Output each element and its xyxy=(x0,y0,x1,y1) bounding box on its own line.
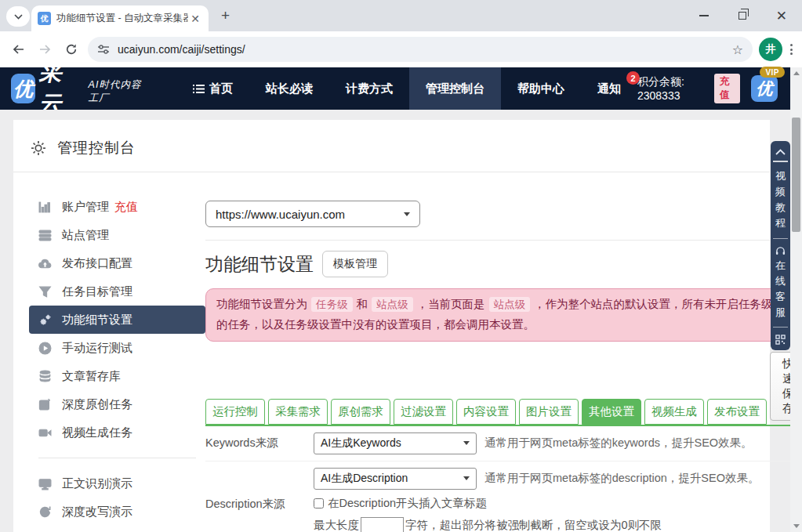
vip-badge: VIP xyxy=(760,67,785,78)
template-manage-button[interactable]: 模板管理 xyxy=(322,251,388,277)
scrollbar-thumb[interactable] xyxy=(792,118,800,232)
sidebar-item-content-demo[interactable]: 正文识别演示 xyxy=(29,469,205,498)
console-sidebar: 账户管理 充值 站点管理 发布接口配置 任务目标管理 xyxy=(29,172,205,532)
new-tab-button[interactable]: + xyxy=(221,7,230,24)
description-source-select[interactable]: AI生成Description xyxy=(314,468,477,490)
monitor-icon xyxy=(38,477,52,490)
sidebar-recharge-link[interactable]: 充值 xyxy=(114,200,138,215)
sidebar-item-feature-settings[interactable]: 功能细节设置 xyxy=(29,306,205,334)
back-button[interactable] xyxy=(5,43,31,56)
tab-filter[interactable]: 过滤设置 xyxy=(394,399,453,425)
sidebar-item-account[interactable]: 账户管理 充值 xyxy=(29,193,205,221)
chevron-up-icon xyxy=(775,149,786,155)
sidebar-item-video-task[interactable]: 视频生成任务 xyxy=(29,418,205,447)
tab-content[interactable]: 内容设置 xyxy=(456,399,516,425)
tab-close-icon[interactable]: ✕ xyxy=(188,13,202,25)
console-card: 管理控制台 账户管理 充值 站点管理 发布接口配置 xyxy=(13,120,770,532)
cloud-upload-icon xyxy=(38,257,52,270)
browser-profile-avatar[interactable]: 井 xyxy=(759,38,782,61)
logo-badge: 优 xyxy=(11,74,35,103)
window-minimize-button[interactable] xyxy=(699,15,709,16)
settings-tabs: 运行控制 采集需求 原创需求 过滤设置 内容设置 图片设置 其他设置 视频生成 … xyxy=(205,352,790,426)
site-selector-value: https://www.ucaiyun.com xyxy=(216,208,345,221)
home-list-icon xyxy=(193,84,205,94)
section-divider xyxy=(205,240,790,241)
sidebar-item-manual-test[interactable]: 手动运行测试 xyxy=(29,334,205,362)
field-hint: 通常用于网页meta标签的description，提升SEO效果。 xyxy=(484,471,759,486)
sidebar-item-sites[interactable]: 站点管理 xyxy=(29,221,205,249)
insert-title-checkbox[interactable] xyxy=(314,498,324,508)
sidebar-item-label: 深度原创任务 xyxy=(62,397,132,412)
tab-original[interactable]: 原创需求 xyxy=(331,399,390,425)
tab-video[interactable]: 视频生成 xyxy=(644,399,704,425)
alert-text: 功能细节设置分为 xyxy=(216,298,307,310)
recharge-button[interactable]: 充值 xyxy=(714,74,740,103)
window-restore-button[interactable] xyxy=(738,12,746,20)
video-tutorial-button[interactable]: 视频教程 xyxy=(771,167,790,233)
tab-collect[interactable]: 采集需求 xyxy=(268,399,328,425)
sidebar-item-original-demo[interactable]: 深度原创演示 xyxy=(29,526,205,532)
toolbar-divider xyxy=(773,327,788,328)
video-icon xyxy=(38,426,52,440)
select-value: AI生成Description xyxy=(321,472,408,486)
scroll-down-arrow[interactable] xyxy=(790,520,802,532)
scroll-up-arrow[interactable] xyxy=(790,67,802,79)
back-to-top-button[interactable] xyxy=(771,147,790,156)
sidebar-item-task-targets[interactable]: 任务目标管理 xyxy=(29,277,205,306)
online-service-button[interactable]: 在线客服 xyxy=(771,256,790,323)
bookmark-star-icon[interactable]: ☆ xyxy=(732,42,743,57)
nav-item-must-read[interactable]: 站长必读 xyxy=(249,67,329,110)
tab-other[interactable]: 其他设置 xyxy=(582,399,641,425)
alert-tag-task-level: 任务级 xyxy=(311,297,353,312)
nav-item-notifications[interactable]: 通知 2 xyxy=(581,67,637,110)
nav-item-label: 通知 xyxy=(597,81,621,96)
nav-right-area: 积分余额: 2308333 充值 优 VIP xyxy=(637,67,778,110)
quick-save-button[interactable]: 快速保存 xyxy=(770,352,790,421)
checkbox-label: 在Description开头插入文章标题 xyxy=(328,496,487,511)
sidebar-item-label: 手动运行测试 xyxy=(62,341,132,356)
sidebar-item-article-store[interactable]: 文章暂存库 xyxy=(29,362,205,390)
reload-button[interactable] xyxy=(58,43,85,56)
nav-item-pricing[interactable]: 计费方式 xyxy=(329,67,409,110)
nav-item-console[interactable]: 管理控制台 xyxy=(409,67,501,110)
qr-code-icon xyxy=(775,335,786,345)
sidebar-item-deep-original-task[interactable]: 深度原创任务 xyxy=(29,390,205,418)
keywords-source-select[interactable]: AI生成Keywords xyxy=(314,432,477,454)
url-bar[interactable]: ucaiyun.com/caiji/settings/ ☆ xyxy=(88,37,753,62)
credits-balance: 积分余额: 2308333 xyxy=(637,75,708,102)
page-scrollbar[interactable] xyxy=(790,67,802,532)
browser-menu-button[interactable] xyxy=(782,44,802,55)
qr-code-button[interactable] xyxy=(771,332,790,346)
form-row-keywords: Keywords来源 AI生成Keywords 通常用于网页meta标签的key… xyxy=(205,426,790,461)
settings-main: https://www.ucaiyun.com 功能细节设置 模板管理 功能细节… xyxy=(205,172,790,532)
toolbar-divider xyxy=(773,238,788,239)
bar-chart-icon xyxy=(38,201,52,214)
nav-item-home[interactable]: 首页 xyxy=(176,67,249,110)
page-background: 管理控制台 账户管理 充值 站点管理 发布接口配置 xyxy=(0,110,790,532)
alert-tag-current-level: 站点级 xyxy=(489,297,531,312)
user-avatar[interactable]: 优 VIP xyxy=(751,75,778,102)
site-selector[interactable]: https://www.ucaiyun.com xyxy=(205,201,420,227)
forward-button[interactable] xyxy=(31,43,58,56)
window-close-button[interactable]: ✕ xyxy=(776,9,787,23)
tab-image[interactable]: 图片设置 xyxy=(519,399,579,425)
field-label: Keywords来源 xyxy=(205,436,314,451)
browser-toolbar: ucaiyun.com/caiji/settings/ ☆ 井 xyxy=(0,31,802,67)
sidebar-item-rewrite-demo[interactable]: 深度改写演示 xyxy=(29,498,205,526)
field-hint: 通常用于网页meta标签的keywords，提升SEO效果。 xyxy=(484,436,753,451)
section-title: 功能细节设置 xyxy=(205,252,314,277)
tab-run-control[interactable]: 运行控制 xyxy=(205,399,265,425)
alert-tag-site-level: 站点级 xyxy=(372,297,413,312)
site-logo[interactable]: 优 采云 AI时代内容工厂 xyxy=(11,67,150,110)
site-settings-icon xyxy=(97,44,110,55)
site-list-icon xyxy=(38,229,52,242)
tab-publish[interactable]: 发布设置 xyxy=(707,399,767,425)
nav-item-label: 计费方式 xyxy=(346,81,393,96)
card-header: 管理控制台 xyxy=(29,120,754,172)
sidebar-item-publish-api[interactable]: 发布接口配置 xyxy=(29,249,205,277)
play-circle-icon xyxy=(38,342,52,355)
nav-item-help[interactable]: 帮助中心 xyxy=(501,67,581,110)
browser-tab[interactable]: 优 功能细节设置 - 自动文章采集器 ✕ xyxy=(31,5,209,31)
max-length-input[interactable] xyxy=(361,517,404,532)
tab-search-button[interactable] xyxy=(6,6,30,27)
